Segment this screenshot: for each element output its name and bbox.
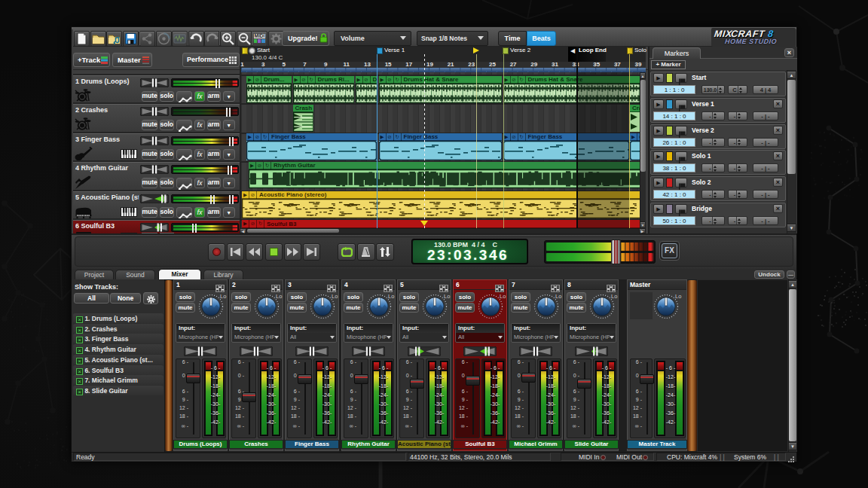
- svg-text:MIDI: MIDI: [255, 33, 265, 38]
